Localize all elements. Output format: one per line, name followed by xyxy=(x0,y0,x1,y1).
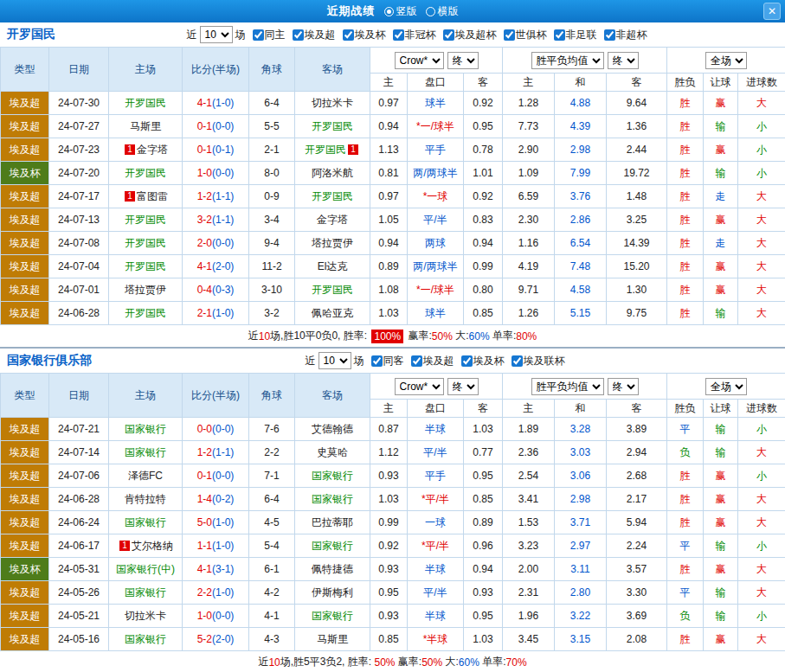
near-label: 近 xyxy=(187,28,197,42)
home-odds-cell: 0.81 xyxy=(370,162,408,185)
league-filter-checkbox[interactable] xyxy=(411,355,422,367)
home-team-label: 切拉米卡 xyxy=(125,610,166,622)
away-odds-cell: 0.85 xyxy=(464,302,503,325)
layout-vertical-option[interactable]: 竖版 xyxy=(384,4,417,19)
league-filter-checkbox[interactable] xyxy=(604,29,615,41)
league-filter-checkbox[interactable] xyxy=(393,29,404,41)
league-filter[interactable]: 同主 xyxy=(253,28,286,42)
home-odds-cell: 0.93 xyxy=(370,464,408,488)
league-filter[interactable]: 埃及杯 xyxy=(343,28,386,42)
league-filter[interactable]: 埃及超 xyxy=(411,354,454,368)
league-filter-label: 同客 xyxy=(383,354,404,368)
handicap-cell: 平手 xyxy=(408,138,464,162)
result-cell: 胜 xyxy=(667,558,704,581)
league-filter[interactable]: 同客 xyxy=(371,354,404,368)
bookmaker-select[interactable]: Crow* xyxy=(395,378,444,395)
league-filter-label: 同主 xyxy=(265,28,286,42)
handicap-result-cell: 赢 xyxy=(704,628,738,651)
home-odds-cell: 0.99 xyxy=(370,511,408,534)
away-odds-cell: 0.95 xyxy=(464,464,503,488)
radio-unselected-icon[interactable] xyxy=(426,7,435,16)
recent-count-select[interactable]: 10 xyxy=(200,26,233,43)
home-team-label: 开罗国民 xyxy=(125,260,166,272)
avg-stage-select[interactable]: 终 xyxy=(608,378,639,395)
summary-segment: 60% xyxy=(459,656,479,669)
fulltime-score: 4-1 xyxy=(197,97,212,109)
league-filter-checkbox[interactable] xyxy=(443,29,454,41)
result-cell: 胜 xyxy=(667,208,704,232)
corner-cell: 11-2 xyxy=(249,255,295,278)
handicap-cell: 两/两球半 xyxy=(408,255,464,278)
results-table: 类型日期主场比分(半场)角球客场Crow*终胜平负均值终全场主盘口客主和客胜负让… xyxy=(0,47,785,325)
fulltime-score: 2-0 xyxy=(197,237,212,249)
league-filter-checkbox[interactable] xyxy=(554,29,565,41)
league-cell: 埃及超 xyxy=(1,232,49,255)
avg-draw-cell: 4.88 xyxy=(555,92,607,115)
recent-count-select[interactable]: 10 xyxy=(319,352,351,369)
avg-home-cell: 1.26 xyxy=(503,302,555,325)
league-filter-checkbox[interactable] xyxy=(371,355,383,367)
home-odds-cell: 0.89 xyxy=(370,255,408,278)
date-cell: 24-07-01 xyxy=(49,278,109,302)
summary-segment: 50% xyxy=(432,330,453,342)
home-team-cell: 开罗国民 xyxy=(109,92,183,115)
odds-stage-select[interactable]: 终 xyxy=(447,378,479,395)
avg-odds-select[interactable]: 胜平负均值 xyxy=(531,378,604,395)
league-filter[interactable]: 非超杯 xyxy=(604,28,647,42)
matches-label: 场 xyxy=(235,28,246,42)
away-team-label: 塔拉贾伊 xyxy=(312,237,353,249)
avg-home-cell: 9.71 xyxy=(503,278,555,302)
scope-select[interactable]: 全场 xyxy=(705,378,747,395)
home-team-cell: 泽德FC xyxy=(109,464,183,488)
goals-cell: 小 xyxy=(738,534,785,558)
home-team-label: 国家银行 xyxy=(125,446,166,458)
corner-cell: 5-5 xyxy=(249,115,295,138)
goals-cell: 小 xyxy=(738,605,785,628)
league-filter-checkbox[interactable] xyxy=(461,355,473,367)
avg-home-cell: 2.36 xyxy=(503,441,555,464)
league-filter[interactable]: 埃及超 xyxy=(293,28,336,42)
odds-stage-select[interactable]: 终 xyxy=(447,52,479,69)
away-odds-cell: 0.83 xyxy=(464,208,503,232)
league-filter-checkbox[interactable] xyxy=(343,29,354,41)
handicap-cell: *一/球半 xyxy=(408,115,464,138)
handicap-cell: 球半 xyxy=(408,92,464,115)
radio-selected-icon[interactable] xyxy=(384,7,394,16)
fulltime-score: 3-2 xyxy=(197,214,212,226)
league-filter-checkbox[interactable] xyxy=(504,29,515,41)
result-cell: 平 xyxy=(667,581,704,605)
league-filter-checkbox[interactable] xyxy=(253,29,264,41)
league-filter[interactable]: 非足联 xyxy=(554,28,597,42)
handicap-result-cell: 走 xyxy=(704,185,738,208)
bookmaker-select[interactable]: Crow* xyxy=(395,52,444,69)
avg-away-cell: 2.08 xyxy=(607,628,667,651)
halftime-score: (0-0) xyxy=(212,470,234,482)
summary-segment: 单率: xyxy=(479,655,506,669)
away-team-cell: 开罗国民1 xyxy=(295,138,370,162)
league-filter[interactable]: 埃及超杯 xyxy=(443,28,497,42)
avg-away-cell: 9.75 xyxy=(607,302,667,325)
avg-odds-select[interactable]: 胜平负均值 xyxy=(531,52,604,69)
summary-line: 近10场,胜5平3负2, 胜率: 50% 赢率:50% 大:60% 单率:70% xyxy=(0,651,785,672)
league-filter[interactable]: 埃及联杯 xyxy=(512,354,565,368)
avg-stage-select[interactable]: 终 xyxy=(608,52,639,69)
close-icon[interactable]: ✕ xyxy=(763,3,781,20)
league-filter[interactable]: 埃及杯 xyxy=(461,354,505,368)
league-filter-checkbox[interactable] xyxy=(293,29,304,41)
league-filter[interactable]: 世俱杯 xyxy=(504,28,547,42)
avg-away-cell: 14.39 xyxy=(607,232,667,255)
league-filter-checkbox[interactable] xyxy=(512,355,523,367)
layout-horizontal-option[interactable]: 横版 xyxy=(426,4,459,19)
sub-column-header: 胜负 xyxy=(667,400,704,418)
avg-home-cell: 4.19 xyxy=(503,255,555,278)
league-cell: 埃及超 xyxy=(1,418,49,441)
league-filter[interactable]: 非冠杯 xyxy=(393,28,436,42)
avg-away-cell: 2.17 xyxy=(607,488,667,511)
match-row: 埃及超24-07-06泽德FC0-1(0-0)7-1国家银行0.93平手0.95… xyxy=(1,464,785,488)
date-cell: 24-05-16 xyxy=(49,628,109,651)
scope-select[interactable]: 全场 xyxy=(705,52,747,69)
avg-draw-cell: 3.03 xyxy=(555,441,607,464)
corner-cell: 5-4 xyxy=(249,534,295,558)
score-cell: 0-1(0-0) xyxy=(183,115,249,138)
corner-cell: 3-2 xyxy=(249,302,295,325)
